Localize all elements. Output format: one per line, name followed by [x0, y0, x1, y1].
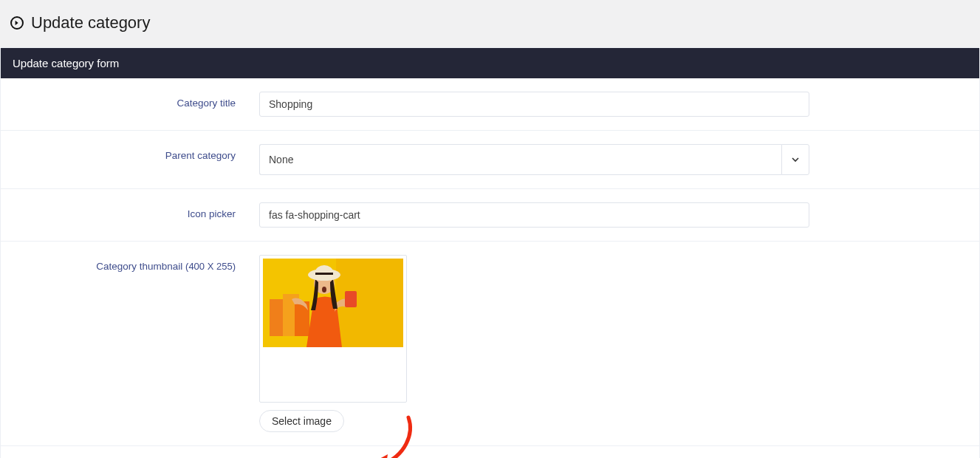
svg-rect-9	[315, 273, 333, 275]
thumbnail-image	[263, 259, 403, 347]
thumbnail-preview	[259, 255, 407, 403]
svg-rect-4	[295, 301, 309, 336]
category-title-input[interactable]	[259, 92, 809, 117]
panel-title: Update category form	[1, 48, 979, 78]
parent-category-label: Parent category	[1, 144, 259, 161]
parent-category-select[interactable]: None	[259, 144, 809, 175]
thumbnail-dims: (400 X 255)	[185, 261, 236, 272]
category-title-label: Category title	[1, 92, 259, 109]
form-panel: Update category form Category title Pare…	[0, 47, 980, 458]
arrow-circle-right-icon	[10, 16, 24, 30]
svg-point-8	[315, 265, 333, 278]
icon-picker-label: Icon picker	[1, 202, 259, 219]
page-header: Update category	[0, 0, 980, 47]
row-category-title: Category title	[1, 78, 979, 131]
thumbnail-label: Category thumbnail (400 X 255)	[1, 255, 259, 272]
parent-category-value: None	[259, 144, 781, 175]
page-title: Update category	[31, 13, 150, 33]
row-submit: Update category	[1, 446, 979, 458]
icon-picker-input[interactable]	[259, 202, 809, 228]
svg-rect-5	[345, 291, 357, 307]
row-icon-picker: Icon picker	[1, 189, 979, 242]
svg-point-10	[322, 287, 326, 293]
select-image-button[interactable]: Select image	[259, 410, 344, 432]
row-thumbnail: Category thumbnail (400 X 255)	[1, 242, 979, 446]
thumbnail-label-text: Category thumbnail	[96, 261, 182, 272]
row-parent-category: Parent category None	[1, 131, 979, 189]
parent-category-toggle[interactable]	[781, 144, 809, 175]
chevron-down-icon	[792, 156, 799, 163]
